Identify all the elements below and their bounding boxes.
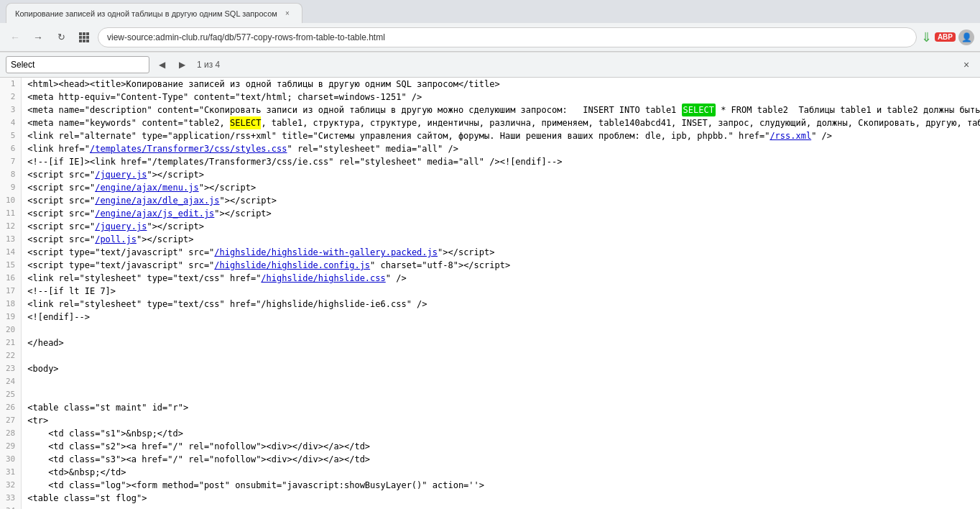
line-number: 23 (6, 362, 15, 375)
active-tab[interactable]: Копирование записей из одной таблицы в д… (6, 3, 302, 23)
source-line: <meta name="keywords" content="table2, S… (27, 116, 974, 129)
toolbar: ← → ↻ ⇓ ABP 👤 (0, 23, 980, 52)
source-line: <link href="/templates/Transformer3/css/… (27, 142, 974, 155)
source-line (27, 375, 974, 388)
line-number: 15 (6, 259, 15, 272)
line-number: 10 (6, 194, 15, 207)
source-line: <!--[if IE]><link href="/templates/Trans… (27, 155, 974, 168)
address-bar[interactable] (98, 27, 917, 47)
line-number: 4 (6, 116, 15, 129)
svg-rect-2 (86, 32, 89, 35)
source-line: <html><head><title>Копирование записей и… (27, 78, 974, 91)
source-line: <link rel="alternate" type="application/… (27, 129, 974, 142)
source-line: <tr> (27, 414, 974, 427)
forward-button[interactable]: → (29, 28, 47, 47)
line-number: 17 (6, 285, 15, 298)
line-number: 34 (6, 505, 15, 509)
download-icon: ⇓ (921, 29, 932, 45)
svg-rect-7 (83, 40, 85, 42)
source-line: <td class="s3"><a href="/" rel="nofollow… (27, 453, 974, 466)
line-number: 3 (6, 104, 15, 116)
back-button[interactable]: ← (6, 28, 24, 47)
source-line: <script src="/engine/ajax/menu.js"></scr… (27, 181, 974, 194)
line-number: 33 (6, 492, 15, 505)
line-number: 29 (6, 440, 15, 453)
find-input[interactable] (6, 56, 149, 73)
line-number: 18 (6, 298, 15, 311)
line-number: 22 (6, 349, 15, 362)
source-line: <td class="s2"><a href="/" rel="nofollow… (27, 440, 974, 453)
svg-rect-8 (86, 40, 89, 42)
line-number: 24 (6, 375, 15, 388)
svg-rect-5 (86, 36, 89, 39)
source-line: <script src="/engine/ajax/js_edit.js"></… (27, 207, 974, 220)
line-number: 28 (6, 427, 15, 440)
source-line: <td class="s1">&nbsp;</td> (27, 427, 974, 440)
source-line: <![endif]--> (27, 311, 974, 324)
line-number: 8 (6, 168, 15, 181)
find-count: 1 из 4 (194, 60, 223, 70)
find-prev-button[interactable]: ◀ (154, 57, 170, 73)
svg-rect-6 (79, 40, 82, 42)
line-number: 26 (6, 401, 15, 414)
source-line: <meta name="description" content="Скопир… (27, 104, 974, 116)
line-number: 6 (6, 142, 15, 155)
source-line: <script src="/jquery.js"></script> (27, 168, 974, 181)
source-line: <td class="log"><form method="post" onsu… (27, 479, 974, 492)
tab-close-button[interactable]: × (282, 8, 293, 19)
line-number: 14 (6, 246, 15, 259)
line-numbers: 1234567891011121314151617181920212223242… (0, 78, 22, 509)
source-line: <link rel="stylesheet" type="text/css" h… (27, 272, 974, 285)
line-number: 9 (6, 181, 15, 194)
find-close-button[interactable]: × (958, 57, 974, 73)
svg-rect-4 (83, 36, 85, 39)
line-number: 32 (6, 479, 15, 492)
source-line: <meta http-equiv="Content-Type" content=… (27, 91, 974, 104)
line-number: 7 (6, 155, 15, 168)
adblock-icon[interactable]: ABP (935, 32, 956, 42)
svg-rect-3 (79, 36, 82, 39)
line-number: 5 (6, 129, 15, 142)
tab-bar: Копирование записей из одной таблицы в д… (0, 0, 980, 23)
source-line (27, 324, 974, 336)
line-number: 19 (6, 311, 15, 324)
line-number: 21 (6, 336, 15, 349)
source-line: <link rel="stylesheet" type="text/css" h… (27, 298, 974, 311)
apps-button[interactable] (75, 28, 93, 47)
source-line (27, 505, 974, 509)
line-number: 20 (6, 324, 15, 336)
user-icon[interactable]: 👤 (958, 29, 974, 45)
source-line: <!--[if lt IE 7]> (27, 285, 974, 298)
find-toolbar: ◀ ▶ 1 из 4 × (0, 52, 980, 78)
line-number: 27 (6, 414, 15, 427)
source-line (27, 388, 974, 401)
line-number: 30 (6, 453, 15, 466)
source-line: <script type="text/javascript" src="/hig… (27, 259, 974, 272)
line-number: 11 (6, 207, 15, 220)
source-line: <td>&nbsp;</td> (27, 466, 974, 479)
source-content: <html><head><title>Копирование записей и… (22, 78, 980, 509)
line-number: 31 (6, 466, 15, 479)
line-number: 12 (6, 220, 15, 233)
line-number: 1 (6, 78, 15, 91)
line-number: 25 (6, 388, 15, 401)
line-number: 2 (6, 91, 15, 104)
source-line: <script src="/jquery.js"></script> (27, 220, 974, 233)
source-line: <script src="/engine/ajax/dle_ajax.js"><… (27, 194, 974, 207)
source-line (27, 349, 974, 362)
source-line: <script src="/poll.js"></script> (27, 233, 974, 246)
tab-title: Копирование записей из одной таблицы в д… (15, 9, 277, 18)
extensions-area: ⇓ ABP 👤 (921, 29, 974, 45)
find-next-button[interactable]: ▶ (174, 57, 190, 73)
source-line: <script type="text/javascript" src="/hig… (27, 246, 974, 259)
source-line: <body> (27, 362, 974, 375)
refresh-button[interactable]: ↻ (52, 28, 70, 47)
source-line: <table class="st flog"> (27, 492, 974, 505)
svg-rect-0 (79, 32, 82, 35)
source-line: </head> (27, 336, 974, 349)
source-line: <table class="st maint" id="r"> (27, 401, 974, 414)
svg-rect-1 (83, 32, 85, 35)
line-number: 16 (6, 272, 15, 285)
browser-window: Копирование записей из одной таблицы в д… (0, 0, 980, 509)
line-number: 13 (6, 233, 15, 246)
